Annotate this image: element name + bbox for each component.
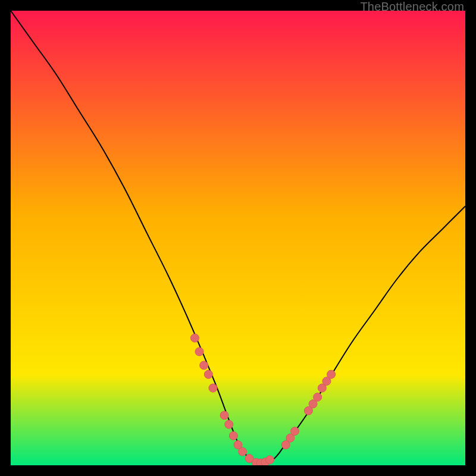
curve-marker [195, 347, 203, 356]
watermark-text: TheBottleneck.com [360, 0, 464, 14]
curve-marker [225, 420, 233, 428]
curve-marker [327, 370, 336, 378]
curve-marker [229, 431, 237, 440]
curve-marker [220, 411, 228, 419]
bottleneck-chart [11, 11, 465, 465]
curve-marker [265, 456, 274, 464]
curve-marker [200, 361, 208, 369]
curve-marker [291, 427, 299, 436]
curve-marker [204, 370, 212, 378]
curve-marker [314, 393, 322, 401]
curve-marker [239, 447, 247, 456]
curve-marker [190, 334, 199, 342]
gradient-background [11, 11, 465, 465]
chart-frame: TheBottleneck.com [0, 0, 476, 476]
curve-marker [209, 384, 217, 392]
plot-area [11, 11, 465, 465]
